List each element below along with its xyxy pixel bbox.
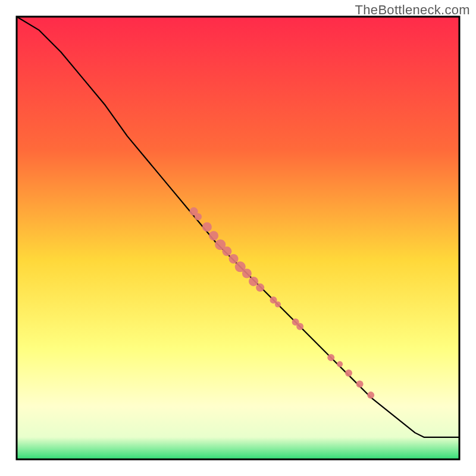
- data-point: [356, 381, 364, 388]
- data-point: [222, 246, 231, 256]
- data-point: [229, 254, 239, 264]
- data-point: [337, 361, 343, 367]
- plot-background: [17, 17, 459, 459]
- watermark-text: TheBottleneck.com: [355, 2, 470, 18]
- data-point: [256, 283, 264, 292]
- data-point: [345, 369, 352, 377]
- data-point: [202, 222, 212, 231]
- data-point: [242, 269, 252, 278]
- data-point: [209, 231, 218, 240]
- data-point: [195, 213, 202, 220]
- chart-container: TheBottleneck.com: [0, 0, 476, 476]
- data-point: [296, 323, 303, 330]
- data-point: [367, 392, 374, 399]
- data-point: [249, 277, 258, 286]
- bottleneck-chart: [0, 0, 476, 476]
- data-point: [275, 302, 281, 308]
- data-point: [327, 354, 334, 361]
